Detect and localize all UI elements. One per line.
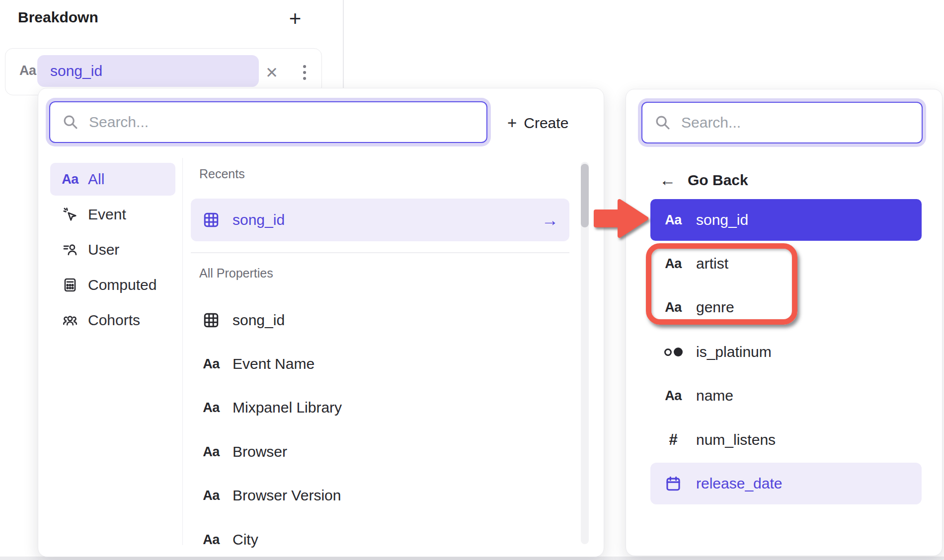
category-tab-all[interactable]: Aa All [50,163,175,196]
recent-item-song-id[interactable]: song_id → [191,199,569,241]
subproperty-item-genre[interactable]: Aa genre [650,286,922,328]
boolean-type-icon [663,342,683,362]
search-input[interactable] [681,114,910,131]
bottom-edge-strip [0,557,944,560]
user-icon [61,241,79,259]
all-properties-header: All Properties [199,266,273,280]
cohorts-people-icon [61,311,79,329]
close-icon[interactable]: ✕ [261,62,283,83]
panel-divider-line [343,0,344,89]
category-tab-cohorts[interactable]: Cohorts [50,304,175,337]
category-tab-computed[interactable]: Computed [50,269,175,301]
breakdown-property-picker-screen: Breakdown + Aa song_id ✕ + Create Aa All [0,0,944,560]
search-input[interactable] [89,114,474,131]
property-item-song-id[interactable]: song_id [191,304,569,337]
subproperty-item-release-date[interactable]: release_date [650,463,922,504]
text-type-icon: Aa [663,210,683,230]
subproperty-item-name[interactable]: Aa name [650,375,922,417]
subproperty-item-num-listens[interactable]: # num_listens [650,419,922,461]
plus-icon: + [507,114,517,133]
recents-header: Recents [199,167,245,181]
text-type-icon: Aa [202,486,221,505]
number-type-icon: # [663,430,683,450]
property-drilldown-panel: ← Go Back Aa song_id Aa artist Aa genre … [626,89,943,556]
property-item-browser-version[interactable]: Aa Browser Version [191,479,569,512]
search-icon [654,114,671,131]
category-tab-user[interactable]: User [50,233,175,266]
property-item-event-name[interactable]: Aa Event Name [191,348,569,380]
text-type-icon: Aa [663,386,683,406]
search-icon [62,114,79,131]
add-breakdown-button[interactable]: + [283,6,307,32]
event-cursor-icon [61,206,79,223]
drill-in-arrow-icon[interactable]: → [542,210,558,230]
scrollbar-thumb[interactable] [581,164,589,227]
calculator-icon [61,276,79,294]
text-type-icon: Aa [202,530,221,549]
page-title: Breakdown [18,9,98,26]
sidebar-divider [182,158,183,545]
text-type-icon: Aa [19,63,36,78]
text-type-icon: Aa [202,354,221,373]
go-back-button[interactable]: ← Go Back [659,170,748,191]
property-item-city[interactable]: Aa City [191,523,569,556]
text-type-icon: Aa [61,170,79,188]
grid-type-icon [202,210,221,229]
text-type-icon: Aa [663,297,683,317]
property-search[interactable] [49,101,487,143]
property-picker-panel: + Create Aa All Event [38,88,604,557]
property-search[interactable] [641,102,923,143]
arrow-left-icon: ← [659,171,676,190]
subproperty-item-is-platinum[interactable]: is_platinum [650,331,922,373]
breakdown-chip-label: song_id [50,63,102,79]
breakdown-chip-value[interactable]: song_id [37,55,259,87]
more-options-icon[interactable] [296,61,314,84]
property-item-browser[interactable]: Aa Browser [191,435,569,468]
subproperty-item-artist[interactable]: Aa artist [650,243,922,284]
property-item-mixpanel-library[interactable]: Aa Mixpanel Library [191,391,569,424]
text-type-icon: Aa [663,254,683,274]
list-divider [191,252,569,253]
grid-type-icon [202,311,221,330]
calendar-icon [663,474,683,493]
subproperty-item-song-id[interactable]: Aa song_id [650,199,922,241]
category-tab-event[interactable]: Event [50,198,175,231]
text-type-icon: Aa [202,442,221,461]
create-property-button[interactable]: + Create [507,113,568,133]
text-type-icon: Aa [202,398,221,417]
